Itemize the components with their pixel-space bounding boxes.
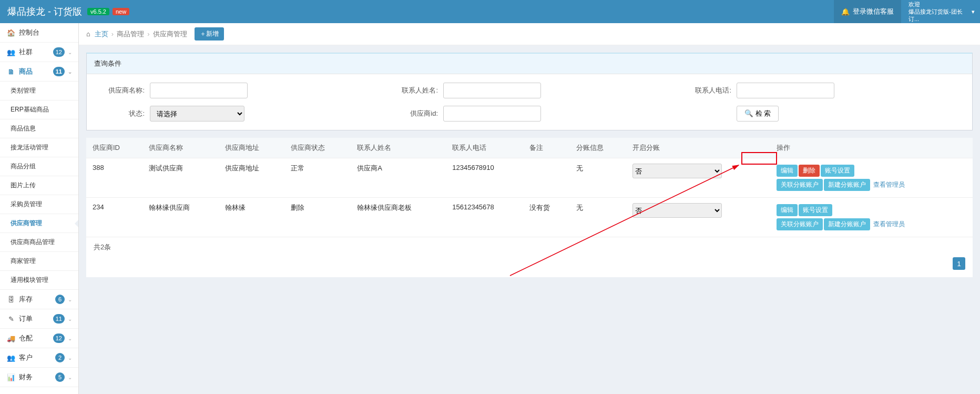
contact-name-input[interactable] — [443, 83, 541, 98]
table-header: 供应商名称 — [142, 138, 218, 158]
search-button[interactable]: 🔍 检 索 — [737, 106, 779, 122]
caret-down-icon: ▾ — [972, 8, 975, 15]
file-icon: 🗎 — [6, 68, 16, 76]
view-admin-link[interactable]: 查看管理员 — [871, 179, 907, 191]
breadcrumb: ⌂ 主页 › 商品管理 › 供应商管理 ＋新增 — [79, 23, 980, 45]
row-action-button[interactable]: 新建分账账户 — [824, 218, 870, 230]
chevron-down-icon: ⌄ — [68, 355, 72, 361]
sidebar-sub-item[interactable]: 接龙活动管理 — [0, 138, 78, 157]
table-header: 供应商状态 — [284, 138, 351, 158]
sidebar-sub-item[interactable]: 供应商管理 — [0, 214, 78, 233]
row-action-button[interactable]: 账号设置 — [799, 204, 832, 216]
sidebar-item-community[interactable]: 👥社群12⌄ — [0, 43, 78, 62]
pagination: 1 — [953, 257, 973, 277]
table-header: 开启分账 — [626, 138, 770, 158]
chevron-down-icon: ⌄ — [68, 69, 72, 75]
table-header: 供应商地址 — [219, 138, 285, 158]
supplier-name-label: 供应商名称: — [97, 86, 145, 95]
chevron-down-icon: ⌄ — [68, 336, 72, 341]
welcome-sub: 爆品接龙订货版-团长订... — [908, 8, 973, 23]
status-label: 状态: — [97, 109, 145, 118]
sidebar-sub-item[interactable]: 商品分组 — [0, 157, 78, 176]
home-icon: ⌂ — [86, 30, 90, 38]
supplier-id-input[interactable] — [443, 106, 541, 122]
contact-name-label: 联系人姓名: — [391, 86, 438, 95]
sidebar: 🏠控制台 👥社群12⌄ 🗎商品11⌄ 类别管理ERP基础商品商品信息接龙活动管理… — [0, 23, 79, 394]
supplier-table: 供应商ID供应商名称供应商地址供应商状态联系人姓名联系人电话备注分账信息开启分账… — [86, 138, 973, 277]
breadcrumb-b1[interactable]: 商品管理 — [117, 29, 144, 39]
users-icon: 👥 — [6, 48, 16, 56]
welcome-label: 欢迎 — [908, 1, 973, 8]
main-content: ⌂ 主页 › 商品管理 › 供应商管理 ＋新增 查询条件 供应商名称: 联系人姓… — [79, 23, 980, 394]
users-icon: 👥 — [6, 354, 16, 362]
table-row: 388测试供应商供应商地址正常供应商A12345678910无否编辑删除账号设置… — [86, 158, 973, 198]
app-title: 爆品接龙 - 订货版 — [7, 5, 82, 18]
sidebar-item-goods[interactable]: 🗎商品11⌄ — [0, 62, 78, 82]
table-header: 供应商ID — [86, 138, 142, 158]
contact-phone-input[interactable] — [737, 83, 834, 98]
row-action-button[interactable]: 账号设置 — [821, 165, 854, 177]
sidebar-item-order[interactable]: ✎订单11⌄ — [0, 309, 78, 329]
chevron-down-icon: ⌄ — [68, 49, 72, 55]
truck-icon: 🚚 — [6, 335, 16, 342]
filter-title: 查询条件 — [87, 54, 972, 74]
chart-icon: 📊 — [6, 373, 16, 381]
contact-phone-label: 联系人电话: — [684, 86, 731, 95]
breadcrumb-b2: 供应商管理 — [153, 29, 187, 39]
row-action-button[interactable]: 新建分账账户 — [824, 179, 870, 191]
sidebar-sub-item[interactable]: 商品信息 — [0, 119, 78, 138]
supplier-id-label: 供应商id: — [391, 109, 438, 118]
chevron-down-icon: ⌄ — [68, 297, 72, 302]
version-badge: v6.5.2 — [87, 8, 109, 15]
database-icon: 🗄 — [6, 296, 16, 304]
supplier-name-input[interactable] — [150, 83, 248, 98]
chevron-down-icon: ⌄ — [68, 316, 72, 322]
row-action-button[interactable]: 关联分账账户 — [777, 218, 823, 230]
table-header: 操作 — [770, 138, 973, 158]
table-header: 联系人电话 — [446, 138, 523, 158]
sidebar-item-console[interactable]: 🏠控制台 — [0, 23, 78, 43]
row-action-button[interactable]: 删除 — [799, 165, 820, 177]
add-button[interactable]: ＋新增 — [195, 27, 224, 41]
dashboard-icon: 🏠 — [6, 29, 16, 37]
sidebar-item-finance[interactable]: 📊财务5⌄ — [0, 368, 78, 387]
total-count: 共2条 — [86, 237, 973, 257]
split-toggle-select[interactable]: 否 — [632, 164, 722, 178]
login-wechat-label: 登录微信客服 — [853, 7, 894, 16]
sidebar-item-shipping[interactable]: 🚚仓配12⌄ — [0, 329, 78, 348]
table-header: 分账信息 — [570, 138, 626, 158]
sidebar-item-customer[interactable]: 👥客户2⌄ — [0, 348, 78, 368]
user-menu[interactable]: 欢迎 爆品接龙订货版-团长订... ▾ — [901, 0, 980, 23]
sidebar-sub-item[interactable]: ERP基础商品 — [0, 100, 78, 119]
row-action-button[interactable]: 编辑 — [777, 204, 798, 216]
table-header: 联系人姓名 — [351, 138, 446, 158]
bell-icon: 🔔 — [841, 8, 850, 16]
filter-panel: 查询条件 供应商名称: 联系人姓名: 联系人电话: 状态:请选择 供应商id: … — [86, 53, 973, 130]
split-toggle-select[interactable]: 否 — [632, 203, 722, 218]
app-header: 爆品接龙 - 订货版 v6.5.2 new 🔔 登录微信客服 欢迎 爆品接龙订货… — [0, 0, 980, 23]
page-1[interactable]: 1 — [953, 257, 965, 270]
login-wechat-button[interactable]: 🔔 登录微信客服 — [834, 0, 901, 23]
status-select[interactable]: 请选择 — [150, 106, 244, 122]
new-badge: new — [113, 8, 129, 15]
sidebar-sub-item[interactable]: 通用模块管理 — [0, 271, 78, 290]
view-admin-link[interactable]: 查看管理员 — [871, 218, 907, 230]
search-icon: 🔍 — [744, 109, 753, 117]
sidebar-sub-item[interactable]: 类别管理 — [0, 82, 78, 100]
row-action-button[interactable]: 编辑 — [777, 165, 798, 177]
sidebar-item-stock[interactable]: 🗄库存6⌄ — [0, 290, 78, 309]
sidebar-sub-item[interactable]: 供应商商品管理 — [0, 233, 78, 252]
table-row: 234翰林缘供应商翰林缘删除翰林缘供应商老板15612345678没有货无否编辑… — [86, 198, 973, 237]
edit-icon: ✎ — [6, 315, 16, 323]
table-header: 备注 — [523, 138, 570, 158]
row-action-button[interactable]: 关联分账账户 — [777, 179, 823, 191]
sidebar-sub-item[interactable]: 图片上传 — [0, 176, 78, 195]
breadcrumb-home[interactable]: 主页 — [95, 29, 108, 39]
sidebar-sub-item[interactable]: 采购员管理 — [0, 195, 78, 214]
chevron-down-icon: ⌄ — [68, 375, 72, 380]
sidebar-sub-item[interactable]: 商家管理 — [0, 252, 78, 271]
